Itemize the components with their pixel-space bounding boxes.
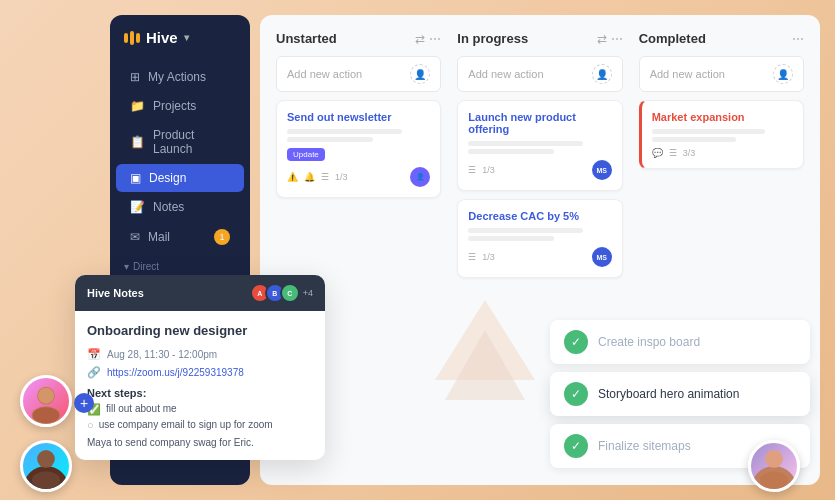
card-title: Decrease CAC by 5% [468,210,611,222]
sidebar-item-label: Design [149,171,186,185]
card-launch-product[interactable]: Launch new product offering ☰ 1/3 MS [457,100,622,191]
action-check-icon: ✓ [564,434,588,458]
add-action-placeholder: Add new action [287,68,362,80]
notes-main-title: Onboarding new designer [87,323,313,338]
step-1: ✅ fill out about me [87,403,313,416]
sidebar-item-mail[interactable]: ✉ Mail 1 [116,222,244,252]
action-check-icon: ✓ [564,382,588,406]
more-icon[interactable]: ⋯ [792,32,804,46]
add-person-button[interactable]: + [74,393,94,413]
svg-point-10 [32,471,60,489]
add-action-placeholder: Add new action [650,68,725,80]
float-avatar-person-2 [20,440,72,492]
card-footer: ☰ 1/3 MS [468,160,611,180]
action-item-storyboard[interactable]: ✓ Storyboard hero animation [550,372,810,416]
card-lines [468,141,611,154]
card-decrease-cac[interactable]: Decrease CAC by 5% ☰ 1/3 MS [457,199,622,278]
card-footer: ⚠️ 🔔 ☰ 1/3 👤 [287,167,430,187]
svg-point-9 [37,450,55,468]
dot-icon-2: ○ [87,419,94,431]
card-footer: ☰ 1/3 MS [468,247,611,267]
decorative-shape [435,300,535,420]
hive-logo-mark [124,31,140,45]
svg-point-7 [33,407,60,423]
card-lines [652,129,793,142]
add-action-completed[interactable]: Add new action 👤 [639,56,804,92]
card-market-expansion[interactable]: Market expansion 💬 ☰ 3/3 [639,100,804,169]
board-icon: 📋 [130,135,145,149]
subtask-count: 1/3 [482,165,495,175]
action-item-create-inspo[interactable]: ✓ Create inspo board [550,320,810,364]
column-actions: ⋯ [792,32,804,46]
more-icon[interactable]: ⋯ [611,32,623,46]
card-meta: ☰ 1/3 [468,252,495,262]
column-actions: ⇄ ⋯ [415,32,441,46]
add-action-in-progress[interactable]: Add new action 👤 [457,56,622,92]
svg-point-13 [760,471,788,489]
card-title: Send out newsletter [287,111,430,123]
tag-update: Update [287,148,325,161]
card-title: Launch new product offering [468,111,611,135]
sidebar-item-design[interactable]: ▣ Design [116,164,244,192]
card-footer: 💬 ☰ 3/3 [652,148,793,158]
assignee-icon: 👤 [410,64,430,84]
notes-popup-header: Hive Notes A B C +4 [75,275,325,311]
chevron-icon: ▾ [124,261,129,272]
float-avatar-person-1 [20,375,72,427]
card-lines [287,129,430,142]
next-steps-label: Next steps: [87,387,313,399]
notes-date-text: Aug 28, 11:30 - 12:00pm [107,349,217,360]
brand-dropdown-icon[interactable]: ▾ [184,32,189,43]
warning-icon: ⚠️ [287,172,298,182]
notes-link-row: 🔗 https://zoom.us/j/92259319378 [87,366,313,379]
column-title: Unstarted [276,31,337,46]
transfer-icon[interactable]: ⇄ [597,32,607,46]
column-actions: ⇄ ⋯ [597,32,623,46]
maya-note: Maya to send company swag for Eric. [87,437,313,448]
svg-point-6 [38,388,54,404]
add-action-unstarted[interactable]: Add new action 👤 [276,56,441,92]
subtask-count: 3/3 [683,148,696,158]
card-lines [468,228,611,241]
card-title: Market expansion [652,111,793,123]
folder-icon: 📁 [130,99,145,113]
transfer-icon[interactable]: ⇄ [415,32,425,46]
svg-point-12 [765,450,783,468]
step-2: ○ use company email to sign up for zoom [87,419,313,431]
card-send-newsletter[interactable]: Send out newsletter Update ⚠️ 🔔 ☰ 1/3 👤 [276,100,441,198]
sidebar-item-label: Product Launch [153,128,230,156]
column-title: In progress [457,31,528,46]
card-tags: Update [287,148,430,161]
mail-badge: 1 [214,229,230,245]
sidebar-item-label: Projects [153,99,196,113]
sidebar-item-product-launch[interactable]: 📋 Product Launch [116,121,244,163]
step-2-text: use company email to sign up for zoom [99,419,273,430]
brand-logo[interactable]: Hive ▾ [110,29,250,62]
sidebar-item-projects[interactable]: 📁 Projects [116,92,244,120]
direct-section-label: ▾ Direct [110,253,250,276]
card-meta: ⚠️ 🔔 ☰ 1/3 [287,172,348,182]
sidebar-item-my-actions[interactable]: ⊞ My Actions [116,63,244,91]
notes-date: 📅 Aug 28, 11:30 - 12:00pm [87,348,313,361]
action-text: Create inspo board [598,335,700,349]
chat-icon: 💬 [652,148,663,158]
subtask-icon: ☰ [468,252,476,262]
notes-avatar-count: +4 [303,288,313,298]
grid-icon: ⊞ [130,70,140,84]
notes-icon: 📝 [130,200,145,214]
card-avatar: MS [592,160,612,180]
subtask-icon: ☰ [669,148,677,158]
notes-zoom-link[interactable]: https://zoom.us/j/92259319378 [107,367,244,378]
step-1-text: fill out about me [106,403,177,414]
more-icon[interactable]: ⋯ [429,32,441,46]
calendar-icon: 📅 [87,348,101,361]
subtask-count: 1/3 [482,252,495,262]
sidebar-item-notes[interactable]: 📝 Notes [116,193,244,221]
card-avatar: 👤 [410,167,430,187]
column-header-in-progress: In progress ⇄ ⋯ [457,31,622,46]
bell-icon: 🔔 [304,172,315,182]
design-icon: ▣ [130,171,141,185]
action-check-icon: ✓ [564,330,588,354]
card-meta: ☰ 1/3 [468,165,495,175]
sidebar-item-label: Mail [148,230,170,244]
